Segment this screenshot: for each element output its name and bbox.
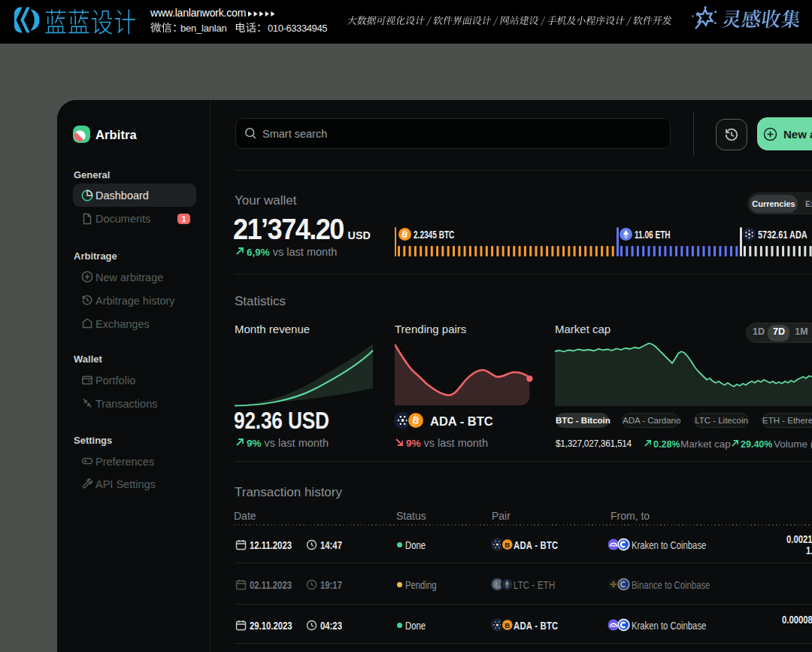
svg-text:B: B bbox=[504, 621, 510, 629]
svg-text:Ł: Ł bbox=[495, 580, 500, 589]
svg-text:B: B bbox=[504, 541, 510, 549]
